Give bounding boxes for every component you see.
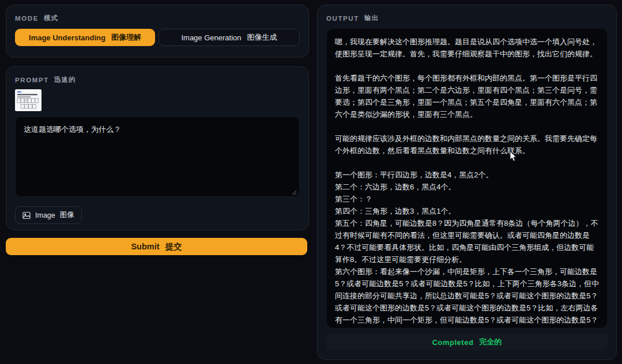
image-attach-button[interactable]: Image 图像	[15, 206, 82, 224]
prompt-input[interactable]: 这道题选哪个选项，为什么？	[15, 116, 300, 197]
textarea-resize-handle[interactable]	[292, 190, 297, 195]
submit-label-zh: 提交	[165, 241, 182, 252]
tab-image-understanding-label-zh: 图像理解	[111, 32, 141, 43]
mode-label-zh: 模式	[44, 14, 58, 22]
tab-image-understanding-label-en: Image Understanding	[29, 33, 105, 42]
mode-label: MODE 模式	[15, 14, 300, 22]
status-bar: Completed 完全的	[326, 333, 608, 351]
prompt-label: PROMPT 迅速的	[15, 75, 300, 84]
prompt-label-zh: 迅速的	[54, 75, 76, 84]
prompt-image-thumbnail[interactable]: ?	[15, 89, 42, 111]
output-label: OUTPUT 输出	[326, 14, 608, 22]
mode-panel: MODE 模式 Image Understanding 图像理解 Image G…	[6, 5, 309, 58]
prompt-textarea-wrap: 这道题选哪个选项，为什么？	[15, 111, 300, 199]
tab-image-generation[interactable]: Image Generation 图像生成	[159, 29, 300, 46]
tab-image-generation-label-zh: 图像生成	[247, 32, 277, 43]
submit-label-en: Submit	[131, 242, 159, 251]
svg-text:?: ?	[25, 99, 27, 103]
output-label-en: OUTPUT	[326, 15, 359, 22]
status-label-en: Completed	[432, 338, 474, 347]
prompt-label-en: PROMPT	[15, 77, 49, 84]
tab-image-generation-label-en: Image Generation	[181, 33, 241, 42]
tab-image-understanding[interactable]: Image Understanding 图像理解	[15, 29, 155, 46]
prompt-panel: PROMPT 迅速的 ? 这道题选哪个选项，为什么？	[6, 66, 309, 230]
mode-tablist: Image Understanding 图像理解 Image Generatio…	[15, 29, 300, 46]
output-label-zh: 输出	[364, 14, 379, 22]
output-text: 嗯，我现在要解决这个图形推理题。题目是说从四个选项中选一个填入问号处，使图形呈现…	[335, 36, 599, 328]
submit-button[interactable]: Submit 提交	[6, 238, 307, 255]
output-panel: OUTPUT 输出 嗯，我现在要解决这个图形推理题。题目是说从四个选项中选一个填…	[317, 5, 617, 360]
image-button-label-en: Image	[35, 211, 55, 219]
status-label-zh: 完全的	[479, 337, 502, 347]
mode-label-en: MODE	[15, 15, 39, 22]
output-box[interactable]: 嗯，我现在要解决这个图形推理题。题目是说从四个选项中选一个填入问号处，使图形呈现…	[326, 28, 608, 328]
image-button-label-zh: 图像	[60, 210, 74, 220]
image-icon	[22, 211, 31, 219]
